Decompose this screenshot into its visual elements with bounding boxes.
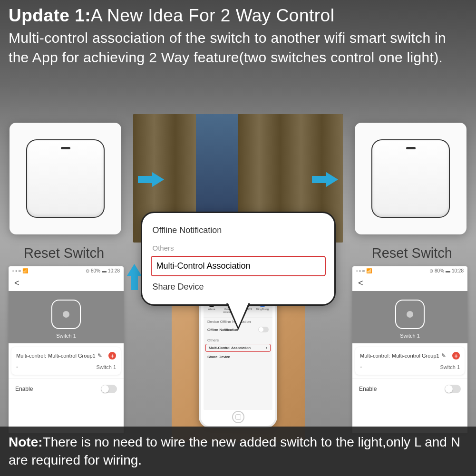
multi-control-card: Multi-control:Multi-control Group1 ✎ + ▫… [11, 347, 121, 375]
back-button[interactable]: < [9, 275, 124, 291]
chevron-right-icon: › [266, 346, 267, 350]
page-title: Update 1:A New Idea For 2 Way Control [9, 6, 467, 26]
header-section: Update 1:A New Idea For 2 Way Control Mu… [0, 0, 476, 71]
switch-name: Switch 1 [56, 333, 76, 339]
enable-toggle[interactable] [101, 385, 117, 393]
switch-item-label: Switch 1 [96, 364, 116, 370]
edit-icon[interactable]: ✎ [441, 352, 446, 359]
enable-label: Enable [359, 386, 377, 392]
callout-others-section: Others [153, 239, 324, 254]
battery-icon: ⊙ [429, 268, 433, 273]
switch-button [26, 139, 105, 218]
switch-dot-icon [407, 311, 413, 318]
callout-tail-icon [228, 302, 249, 327]
multi-control-card: Multi-control:Multi-control Group1 ✎ + ▫… [355, 347, 465, 375]
arrow-right-icon [138, 171, 164, 188]
switch-hero: Switch 1 [9, 291, 124, 343]
multi-control-label: Multi-control: [16, 353, 46, 359]
reset-switch-label-right: Reset Switch [372, 245, 452, 261]
status-time: 10:28 [452, 268, 464, 273]
battery-icon: ⊙ [86, 268, 89, 273]
app-screenshot-right: ▫ ▪ ≈ 📶 ⊙80% ▬ 10:28 < Switch 1 Multi-co… [352, 266, 467, 433]
physical-switch-right [355, 123, 466, 234]
status-indicators-icon: ▫ ▪ ≈ 📶 [12, 268, 28, 273]
offline-toggle[interactable] [258, 327, 269, 332]
card-title: Multi-control:Multi-control Group1 ✎ [16, 352, 102, 359]
add-button[interactable]: + [108, 352, 116, 359]
enable-label: Enable [15, 386, 33, 392]
battery-percent: 80% [91, 268, 100, 273]
share-device-row[interactable]: Share Device [204, 353, 272, 361]
enable-row: Enable [9, 379, 124, 399]
status-right: ⊙80% ▬ 10:28 [429, 268, 464, 273]
switch-row[interactable]: ▫▫ Switch 1 [16, 364, 116, 370]
group-name: Multi-control Group1 [392, 353, 439, 359]
callout-share-device: Share Device [153, 278, 324, 296]
arrow-right-icon [312, 171, 338, 188]
battery-percent: 80% [435, 268, 444, 273]
home-button[interactable] [232, 411, 244, 423]
battery-bar-icon: ▬ [446, 268, 450, 273]
group-name: Multi-control Group1 [48, 353, 96, 359]
physical-switch-left [10, 123, 121, 234]
title-prefix: Update 1: [9, 6, 91, 25]
switch-control[interactable] [395, 300, 425, 329]
note-prefix: Note: [9, 435, 43, 449]
multi-control-association-row[interactable]: Multi-Control Association › [205, 344, 271, 352]
switch-mini-icon: ▫▫ [16, 365, 17, 369]
page-subtitle: Multi-control association of the switch … [9, 29, 467, 67]
switch-hero: Switch 1 [352, 291, 467, 343]
others-section-label: Others [207, 338, 269, 342]
share-device-label: Share Device [207, 355, 230, 359]
enable-toggle[interactable] [445, 385, 461, 393]
multi-control-association-label: Multi-Control Association [209, 346, 251, 350]
status-bar: ▫ ▪ ≈ 📶 ⊙80% ▬ 10:28 [352, 266, 467, 275]
edit-icon[interactable]: ✎ [97, 352, 102, 359]
title-rest: A New Idea For 2 Way Control [91, 6, 334, 25]
card-title: Multi-control:Multi-control Group1 ✎ [360, 352, 446, 359]
callout-offline-notification: Offline Notification [153, 222, 324, 239]
switch-name: Switch 1 [400, 333, 420, 339]
enable-row: Enable [352, 379, 467, 399]
assistant-label: DingDong [256, 308, 269, 311]
card-header: Multi-control:Multi-control Group1 ✎ + [16, 352, 116, 359]
status-bar: ▫ ▪ ≈ 📶 ⊙80% ▬ 10:28 [9, 266, 124, 275]
back-button[interactable]: < [352, 275, 467, 291]
switch-dot-icon [63, 311, 69, 318]
app-screenshot-left: ▫ ▪ ≈ 📶 ⊙80% ▬ 10:28 < Switch 1 Multi-co… [9, 266, 124, 433]
multi-control-label: Multi-control: [360, 353, 390, 359]
card-header: Multi-control:Multi-control Group1 ✎ + [360, 352, 460, 359]
switch-mini-icon: ▫▫ [360, 365, 361, 369]
add-button[interactable]: + [452, 352, 460, 359]
switch-row[interactable]: ▫▫ Switch 1 [360, 364, 460, 370]
switch-button [371, 139, 450, 218]
battery-bar-icon: ▬ [102, 268, 107, 273]
switch-item-label: Switch 1 [440, 364, 460, 370]
others-section: Others [204, 336, 272, 342]
assistant-label: Alexa [208, 308, 215, 311]
callout-multi-control-highlight: Multi-Control Association [151, 256, 326, 276]
footer-note: Note:There is no need to wire the new ad… [0, 427, 476, 476]
callout-bubble: Offline Notification Others Multi-Contro… [141, 212, 336, 306]
reset-switch-label-left: Reset Switch [24, 245, 104, 261]
status-right: ⊙80% ▬ 10:28 [86, 268, 120, 273]
status-time: 10:28 [108, 268, 120, 273]
status-indicators-icon: ▫ ▪ ≈ 📶 [356, 268, 372, 273]
note-text: There is no need to wire the new added s… [9, 435, 460, 467]
switch-control[interactable] [51, 300, 81, 329]
